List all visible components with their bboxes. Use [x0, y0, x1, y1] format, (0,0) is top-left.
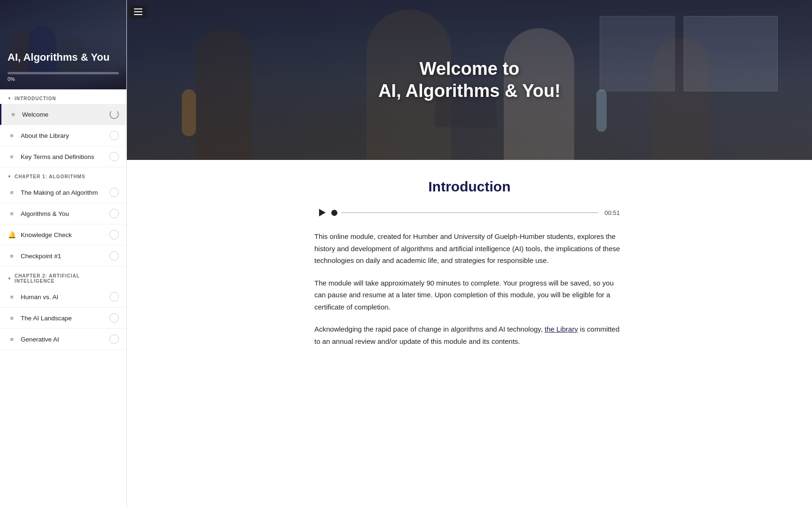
content-paragraph-2: The module will take approximately 90 mi… [314, 277, 625, 313]
sidebar-nav: ▼ INTRODUCTION ≡ Welcome ≡ About the Lib… [0, 89, 126, 508]
nav-item-ai-landscape[interactable]: ≡ The AI Landscape [0, 308, 126, 329]
nav-item-knowledge-check[interactable]: 🔔 Knowledge Check [0, 224, 126, 246]
section-header-introduction[interactable]: ▼ INTRODUCTION [0, 89, 126, 104]
audio-scrubber-dot[interactable] [331, 210, 337, 216]
nav-label-human-vs-ai: Human vs. AI [21, 294, 105, 301]
chevron-down-icon: ▼ [8, 277, 12, 281]
menu-icon: ≡ [8, 132, 16, 139]
knowledge-check-icon: 🔔 [8, 231, 16, 238]
svg-rect-1 [134, 11, 142, 12]
progress-bar-track [8, 72, 119, 74]
content-paragraph-3: Acknowledging the rapid pace of change i… [314, 323, 625, 347]
sidebar-header-overlay: AI, Algorithms & You 0% [0, 0, 126, 89]
nav-label-key-terms: Key Terms and Definitions [21, 153, 105, 160]
nav-item-algorithms-you[interactable]: ≡ Algorithms & You [0, 203, 126, 224]
nav-label-algorithms-you: Algorithms & You [21, 210, 105, 217]
content-area: Introduction 00:51 This online module, c… [258, 160, 681, 386]
menu-icon: ≡ [8, 336, 16, 343]
nav-check-checkpoint1 [109, 251, 119, 261]
section-header-chapter1[interactable]: ▼ CHAPTER 1: ALGORITHMS [0, 167, 126, 182]
sidebar: AI, Algorithms & You 0% ▼ INTRODUCTION ≡… [0, 0, 127, 508]
audio-progress-bar[interactable] [331, 210, 599, 216]
main-content: Welcome to AI, Algorithms & You! Introdu… [127, 0, 812, 508]
nav-check-knowledge-check [109, 230, 119, 239]
menu-icon: ≡ [8, 253, 16, 260]
menu-icon: ≡ [8, 189, 16, 196]
nav-item-checkpoint1[interactable]: ≡ Checkpoint #1 [0, 246, 126, 267]
menu-icon: ≡ [8, 153, 16, 160]
content-paragraph-1: This online module, created for Humber a… [314, 230, 625, 267]
nav-label-making-algorithm: The Making of an Algorithm [21, 189, 105, 196]
nav-check-key-terms [109, 152, 119, 161]
svg-rect-0 [134, 8, 142, 9]
nav-check-making-algorithm [109, 188, 119, 197]
nav-item-human-vs-ai[interactable]: ≡ Human vs. AI [0, 286, 126, 308]
menu-icon: ≡ [9, 111, 17, 118]
hero-line2: AI, Algorithms & You! [378, 81, 561, 101]
menu-icon: ≡ [8, 210, 16, 217]
menu-icon: ≡ [8, 294, 16, 301]
nav-check-about-library [109, 131, 119, 140]
audio-player[interactable]: 00:51 [314, 209, 625, 216]
chevron-down-icon: ▼ [8, 96, 12, 101]
progress-label: 0% [8, 76, 119, 82]
nav-item-making-algorithm[interactable]: ≡ The Making of an Algorithm [0, 182, 126, 203]
nav-item-generative-ai[interactable]: ≡ Generative AI [0, 329, 126, 350]
nav-check-human-vs-ai [109, 292, 119, 302]
nav-label-generative-ai: Generative AI [21, 336, 105, 343]
nav-check-welcome [109, 110, 119, 119]
progress-bar-container: 0% [8, 72, 119, 82]
nav-label-welcome: Welcome [22, 111, 105, 118]
nav-label-about-library: About the Library [21, 132, 105, 139]
nav-label-ai-landscape: The AI Landscape [21, 315, 105, 322]
audio-time: 00:51 [604, 209, 620, 216]
play-button[interactable] [319, 209, 326, 216]
sidebar-course-title: AI, Algorithms & You [8, 51, 119, 64]
chevron-down-icon: ▼ [8, 175, 12, 179]
svg-rect-2 [134, 14, 142, 15]
nav-check-algorithms-you [109, 209, 119, 218]
library-link[interactable]: the Library [545, 325, 578, 333]
section-title: Introduction [314, 179, 625, 195]
nav-check-generative-ai [109, 334, 119, 344]
hero-line1: Welcome to [420, 59, 520, 79]
nav-item-key-terms[interactable]: ≡ Key Terms and Definitions [0, 146, 126, 167]
nav-check-ai-landscape [109, 313, 119, 323]
section-header-chapter2[interactable]: ▼ CHAPTER 2: ARTIFICIAL INTELLIGENCE [0, 267, 126, 286]
audio-track[interactable] [341, 212, 599, 213]
nav-item-welcome[interactable]: ≡ Welcome [0, 104, 126, 125]
hero-text: Welcome to AI, Algorithms & You! [378, 58, 561, 103]
nav-label-knowledge-check: Knowledge Check [21, 231, 105, 238]
menu-button[interactable] [129, 5, 147, 19]
nav-item-about-library[interactable]: ≡ About the Library [0, 125, 126, 146]
nav-label-checkpoint1: Checkpoint #1 [21, 253, 105, 260]
sidebar-header: AI, Algorithms & You 0% [0, 0, 126, 89]
menu-icon: ≡ [8, 315, 16, 322]
hero-banner: Welcome to AI, Algorithms & You! [127, 0, 812, 160]
